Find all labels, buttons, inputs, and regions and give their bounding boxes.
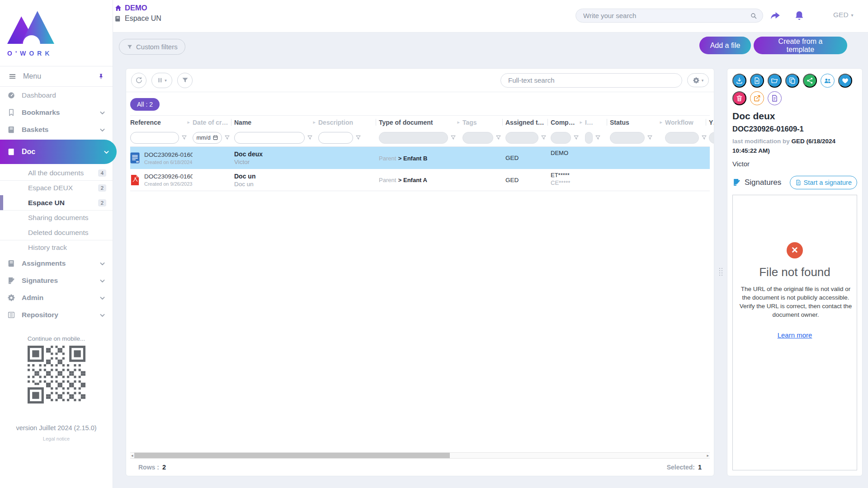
chevron-down-icon: ▾: [702, 78, 704, 83]
menu-label: Menu: [23, 72, 91, 80]
sidebar-item-label: Signatures: [22, 277, 93, 285]
sidebar-subitem-all-the-documents[interactable]: All the documents4: [0, 165, 113, 180]
scrollbar-thumb[interactable]: [134, 453, 450, 458]
column-label: I…: [585, 119, 607, 126]
filter-funnel-icon[interactable]: [224, 135, 230, 141]
copy-icon: [788, 77, 796, 84]
column-header-workflow[interactable]: Workflow: [665, 116, 709, 129]
fileup-action-button[interactable]: [750, 74, 764, 88]
sidebar-item-baskets[interactable]: Baskets: [0, 121, 113, 138]
filter-input-date-of-cr[interactable]: mm/d: [193, 132, 222, 144]
share-icon[interactable]: [769, 10, 781, 22]
hamburger-icon[interactable]: [8, 73, 17, 80]
filter-badge-all[interactable]: All : 2: [130, 98, 160, 111]
refresh-button[interactable]: [131, 73, 146, 88]
sidebar-subitem-sharing-documents[interactable]: Sharing documents: [0, 210, 113, 225]
signatures-section: Signatures Start a signature: [732, 176, 857, 189]
folder-action-button[interactable]: [768, 74, 782, 88]
heart-action-button[interactable]: [838, 74, 852, 88]
external-action-button[interactable]: [750, 91, 764, 105]
sidebar-item-admin[interactable]: Admin: [0, 289, 113, 306]
breadcrumb-space[interactable]: Espace UN: [114, 14, 161, 23]
column-header-reference[interactable]: Reference▸: [130, 116, 193, 129]
filter-funnel-icon[interactable]: [495, 135, 501, 141]
sidebar-item-signatures[interactable]: Signatures: [0, 272, 113, 289]
filter-funnel-icon[interactable]: [450, 135, 456, 141]
add-file-button[interactable]: Add a file: [699, 37, 751, 54]
column-header-comp[interactable]: Comp…▸: [551, 116, 585, 129]
sidebar-subitem-espace-un[interactable]: Espace UN2: [0, 195, 113, 210]
filter-input-reference[interactable]: [130, 132, 179, 144]
custom-filters-button[interactable]: Custom filters: [119, 39, 185, 55]
table-footer: Rows : 2 Selected: 1: [130, 459, 710, 476]
sidebar-item-bookmarks[interactable]: Bookmarks: [0, 104, 113, 121]
column-divider: [502, 119, 503, 126]
scroll-left-arrow-icon[interactable]: ◂: [131, 453, 133, 458]
cell: [462, 169, 505, 191]
user-menu[interactable]: GED ▾: [833, 11, 854, 19]
docfile-action-button[interactable]: [768, 91, 782, 105]
panel-resize-handle[interactable]: [719, 265, 722, 278]
filter-funnel-icon[interactable]: [307, 135, 313, 141]
heart-icon: [841, 77, 849, 84]
column-label: Status: [610, 119, 660, 126]
table-header-row: Reference▸Date of cr…Name▸DescriptionTyp…: [130, 115, 710, 129]
download-action-button[interactable]: [732, 74, 746, 88]
global-search-input[interactable]: [583, 12, 750, 19]
filter-funnel-icon[interactable]: [595, 135, 601, 141]
filter-input-description[interactable]: [318, 132, 353, 144]
legal-notice-link[interactable]: Legal notice: [0, 436, 113, 441]
filter-funnel-icon[interactable]: [181, 135, 187, 141]
horizontal-scrollbar[interactable]: ◂ ▸: [130, 452, 710, 459]
row-comp: DEMO: [551, 150, 568, 156]
column-header-tags[interactable]: Tags: [462, 116, 505, 129]
filter-cell-description: [318, 129, 379, 146]
filter-funnel-icon[interactable]: [701, 135, 707, 141]
scroll-right-arrow-icon[interactable]: ▸: [707, 453, 709, 458]
table-row-doc230926-01608-0[interactable]: DOC230926-01608-0Created on 9/26/2023 3:…: [130, 169, 710, 191]
table-settings-button[interactable]: ▾: [687, 73, 709, 87]
column-header-status[interactable]: Status▸: [610, 116, 665, 129]
column-header-description[interactable]: Description: [318, 116, 379, 129]
columns-button[interactable]: ▾: [151, 73, 172, 88]
column-header-i[interactable]: I…: [585, 116, 610, 129]
column-header-name[interactable]: Name▸: [234, 116, 318, 129]
filters-button[interactable]: [177, 73, 193, 88]
start-signature-button[interactable]: Start a signature: [790, 176, 857, 189]
filter-funnel-icon[interactable]: [647, 135, 653, 141]
filter-cell-name: [234, 129, 318, 146]
learn-more-link[interactable]: Learn more: [778, 331, 812, 339]
book-icon: [7, 148, 15, 156]
filter-funnel-icon[interactable]: [355, 135, 361, 141]
filter-input-name[interactable]: [234, 132, 305, 144]
sidebar-subitem-history-track[interactable]: History track: [0, 240, 113, 255]
pin-sidebar-icon[interactable]: [98, 73, 104, 80]
sharenodes-action-button[interactable]: [803, 74, 817, 88]
copy-action-button[interactable]: [785, 74, 799, 88]
calendar-icon[interactable]: [212, 135, 218, 141]
filter-funnel-icon[interactable]: [573, 135, 579, 141]
column-header-type-of-document[interactable]: Type of document▸: [379, 116, 462, 129]
create-from-template-button[interactable]: Create from a template: [754, 37, 847, 54]
search-icon[interactable]: [750, 12, 757, 19]
sidebar-item-dashboard[interactable]: Dashboard: [0, 87, 113, 104]
sidebar-item-doc[interactable]: Doc: [0, 140, 117, 164]
table-row-doc230926-01609-1[interactable]: wDOC230926-01609-1Created on 6/18/2024 1…: [130, 147, 710, 169]
count-badge: 2: [98, 199, 106, 206]
column-header-assigned-t[interactable]: Assigned t…: [505, 116, 551, 129]
sidebar-subitem-deleted-documents[interactable]: Deleted documents: [0, 225, 113, 240]
breadcrumb-home[interactable]: DEMO: [114, 4, 161, 12]
filter-funnel-icon[interactable]: [541, 135, 547, 141]
filter-cell-tags: [462, 129, 505, 146]
column-header-date-of-cr[interactable]: Date of cr…: [193, 116, 234, 129]
users-action-button[interactable]: [821, 74, 835, 88]
app-logo[interactable]: O'WORK: [0, 0, 113, 66]
fulltext-search-input[interactable]: [508, 76, 675, 84]
sidebar-subitem-espace-deux[interactable]: Espace DEUX2: [0, 180, 113, 195]
cell: wDOC230926-01609-1Created on 6/18/2024 1…: [130, 147, 193, 169]
notifications-icon[interactable]: [793, 10, 805, 22]
column-header-y[interactable]: Y…: [709, 116, 714, 129]
sidebar-item-repository[interactable]: Repository: [0, 306, 113, 324]
trash-action-button[interactable]: [732, 91, 746, 105]
sidebar-item-assignments[interactable]: Assignments: [0, 255, 113, 272]
